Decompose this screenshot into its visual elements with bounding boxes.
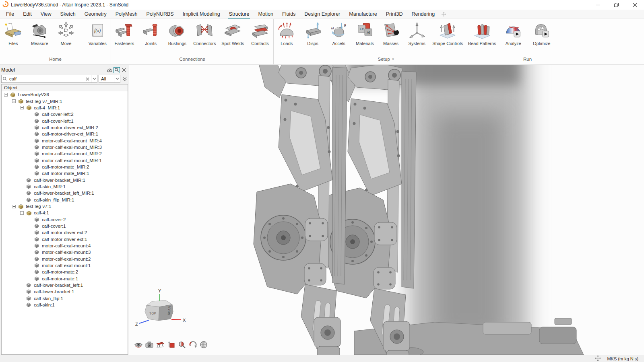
ribbon-button-variables[interactable]: f(x)Variables bbox=[86, 21, 109, 46]
tree-item[interactable]: test-leg-v7_MIR:1 bbox=[2, 98, 128, 104]
tree-item[interactable]: test-leg-v7:1 bbox=[2, 203, 128, 210]
menu-file[interactable]: File bbox=[2, 10, 19, 19]
close-button[interactable] bbox=[625, 0, 644, 10]
tree-item[interactable]: calf-skin_MIR:1 bbox=[2, 183, 128, 190]
tree-item-label: motor-calf-exal-mount_MIR:2 bbox=[42, 151, 102, 156]
rotate-view-icon[interactable] bbox=[188, 340, 197, 349]
tree-collapse-icon[interactable] bbox=[20, 106, 26, 109]
expand-all-icon[interactable] bbox=[122, 77, 128, 81]
tree-item[interactable]: calf-motor-driver-ext:1 bbox=[2, 236, 128, 243]
tree-item[interactable]: calf-4:1 bbox=[2, 210, 128, 216]
ribbon-button-contacts[interactable]: Contacts bbox=[248, 21, 272, 46]
tree-item[interactable]: calf-motor-driver-ext:2 bbox=[2, 229, 128, 236]
tree-item[interactable]: calf-skin:1 bbox=[2, 302, 128, 308]
tree-item[interactable]: motor-calf-exal-mount_MIR:4 bbox=[2, 137, 128, 144]
tree-item[interactable]: calf-cover-left:1 bbox=[2, 117, 128, 124]
viewport-3d[interactable]: Y TOP REAR X Z bbox=[129, 65, 644, 355]
tree-item[interactable]: calf-motor-mate_MIR:2 bbox=[2, 164, 128, 170]
tree-item[interactable]: calf-4_MIR:1 bbox=[2, 105, 128, 111]
view-cube[interactable]: Y TOP REAR X Z bbox=[133, 286, 189, 331]
restore-button[interactable] bbox=[607, 0, 625, 10]
tree-item[interactable]: motor-calf-exal-mount_MIR:3 bbox=[2, 144, 128, 150]
tree-item[interactable]: motor-calf-exal-mount:2 bbox=[2, 256, 128, 262]
tree-collapse-icon[interactable] bbox=[12, 205, 18, 208]
menu-polymesh[interactable]: PolyMesh bbox=[111, 10, 142, 19]
menu-rendering[interactable]: Rendering bbox=[407, 10, 439, 19]
menu-structure[interactable]: Structure bbox=[225, 10, 254, 19]
menu-design-explorer[interactable]: Design Explorer bbox=[300, 10, 345, 19]
menu-edit[interactable]: Edit bbox=[19, 10, 36, 19]
ribbon-button-measure[interactable]: Measure bbox=[28, 21, 51, 46]
tree-item[interactable]: calf-lower-bracket_left:1 bbox=[2, 282, 128, 288]
tree-item[interactable]: calf-skin_flip_MIR:1 bbox=[2, 197, 128, 203]
ribbon-button-optimize[interactable]: Optimize bbox=[530, 21, 553, 46]
tree-collapse-icon[interactable] bbox=[4, 93, 10, 97]
panel-close-icon[interactable] bbox=[121, 67, 127, 73]
tree-item[interactable]: calf-cover:2 bbox=[2, 216, 128, 223]
menu-geometry[interactable]: Geometry bbox=[80, 10, 111, 19]
ribbon-button-accels[interactable]: gωAccels bbox=[327, 21, 351, 46]
units-indicator[interactable]: MKS (m kg N s) bbox=[607, 356, 638, 361]
ribbon-button-loads[interactable]: Loads bbox=[275, 21, 298, 46]
ribbon-button-fasteners[interactable]: Fasteners bbox=[113, 21, 136, 46]
menu-implicit-modeling[interactable]: Implicit Modeling bbox=[178, 10, 225, 19]
search-input[interactable]: calf bbox=[1, 75, 97, 83]
globe-view-icon[interactable] bbox=[199, 340, 208, 349]
tree-item[interactable]: calf-motor-driver-ext_MIR:2 bbox=[2, 124, 128, 131]
tree-item[interactable]: calf-cover:1 bbox=[2, 223, 128, 229]
menu-fluids[interactable]: Fluids bbox=[278, 10, 300, 19]
tree-item[interactable]: calf-motor-mate:1 bbox=[2, 276, 128, 282]
menu-polynurbs[interactable]: PolyNURBS bbox=[142, 10, 178, 19]
menu-motion[interactable]: Motion bbox=[254, 10, 278, 19]
tree-item[interactable]: motor-calf-exal-mount_MIR:1 bbox=[2, 157, 128, 163]
ribbon-button-bushings[interactable]: Bushings bbox=[165, 21, 189, 46]
tree-item[interactable]: calf-motor-driver-ext_MIR:1 bbox=[2, 131, 128, 137]
search-toggle-icon[interactable] bbox=[114, 67, 120, 73]
ribbon-button-shape-controls[interactable]: Shape Controls bbox=[431, 21, 464, 46]
minimize-button[interactable] bbox=[588, 0, 607, 10]
find-binoculars-icon[interactable] bbox=[106, 67, 113, 73]
filter-select[interactable]: All bbox=[99, 75, 120, 83]
ribbon-button-spot-welds[interactable]: Spot Welds bbox=[220, 21, 245, 46]
zoom-box-icon[interactable] bbox=[177, 340, 186, 349]
tree-collapse-icon[interactable] bbox=[20, 211, 26, 215]
tree-collapse-icon[interactable] bbox=[12, 99, 18, 103]
search-clear-icon[interactable] bbox=[84, 77, 91, 81]
ribbon: FilesMeasureMovef(x)VariablesHomeFastene… bbox=[0, 19, 644, 65]
image-plane-icon[interactable] bbox=[166, 340, 175, 349]
tree-item[interactable]: calf-lower-bracket_MIR:1 bbox=[2, 177, 128, 183]
menu-print3d[interactable]: Print3D bbox=[382, 10, 407, 19]
ribbon-button-materials[interactable]: FeAlMaterials bbox=[353, 21, 376, 46]
menu-manufacture[interactable]: Manufacture bbox=[345, 10, 381, 19]
ribbon-button-analyze[interactable]: Analyze bbox=[502, 21, 525, 46]
menu-sketch[interactable]: Sketch bbox=[56, 10, 80, 19]
tree-item[interactable]: calf-motor-mate:2 bbox=[2, 269, 128, 275]
tree-item[interactable]: motor-calf-exal-mount:4 bbox=[2, 243, 128, 249]
ribbon-button-move[interactable]: Move bbox=[54, 21, 78, 46]
crosshair-icon[interactable] bbox=[595, 355, 601, 362]
ribbon-button-files[interactable]: Files bbox=[2, 21, 25, 46]
tree-item[interactable]: LowerBodyV36 bbox=[2, 91, 128, 98]
cube-face-top[interactable]: TOP bbox=[149, 311, 157, 315]
tree-item[interactable]: calf-lower-bracket:1 bbox=[2, 288, 128, 295]
ribbon-button-masses[interactable]: Masses bbox=[379, 21, 402, 46]
tree-item[interactable]: calf-cover-left:2 bbox=[2, 111, 128, 117]
ribbon-button-systems[interactable]: Systems bbox=[405, 21, 429, 46]
ground-plane-icon[interactable] bbox=[155, 340, 165, 349]
snapshot-camera-icon[interactable] bbox=[144, 340, 154, 349]
tree-item[interactable]: motor-calf-exal-mount_MIR:2 bbox=[2, 150, 128, 157]
visibility-eye-icon[interactable] bbox=[134, 340, 143, 349]
menu-overflow-grip-icon[interactable] bbox=[439, 10, 448, 19]
ribbon-group-label[interactable]: Setup▼ bbox=[274, 56, 499, 64]
tree-item[interactable]: motor-calf-exal-mount:1 bbox=[2, 262, 128, 269]
menu-view[interactable]: View bbox=[36, 10, 56, 19]
ribbon-button-joints[interactable]: Joints bbox=[139, 21, 163, 46]
ribbon-button-bead-patterns[interactable]: Bead Patterns bbox=[467, 21, 497, 46]
search-dropdown-icon[interactable] bbox=[91, 75, 97, 82]
ribbon-button-disps[interactable]: Disps bbox=[301, 21, 324, 46]
tree-item[interactable]: calf-motor-mate_MIR:1 bbox=[2, 170, 128, 177]
ribbon-button-connectors[interactable]: Connectors bbox=[192, 21, 217, 46]
tree-item[interactable]: calf-lower-bracket_left_MIR:1 bbox=[2, 190, 128, 196]
tree-item[interactable]: motor-calf-exal-mount:3 bbox=[2, 249, 128, 255]
tree-item[interactable]: calf-skin_flip:1 bbox=[2, 295, 128, 302]
